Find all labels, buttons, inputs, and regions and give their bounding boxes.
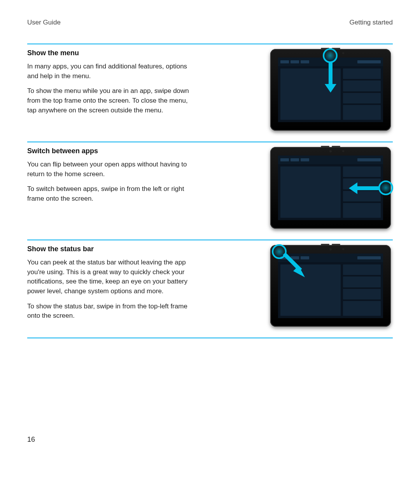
section-paragraph: To switch between apps, swipe in from th… xyxy=(27,184,194,203)
page-number: 16 xyxy=(27,436,35,444)
section-title: Show the status bar xyxy=(27,245,194,253)
header-left: User Guide xyxy=(27,19,61,26)
page-header: User Guide Getting started xyxy=(27,19,393,26)
header-right: Getting started xyxy=(349,19,393,26)
section-title: Show the menu xyxy=(27,49,194,57)
illustration-status-bar xyxy=(268,245,393,327)
section-show-menu: Show the menu In many apps, you can find… xyxy=(27,44,393,142)
illustration-show-menu xyxy=(268,49,393,131)
illustration-switch-apps xyxy=(268,147,393,229)
section-paragraph: To show the status bar, swipe in from th… xyxy=(27,302,194,321)
section-paragraph: You can flip between your open apps with… xyxy=(27,160,194,179)
section-paragraph: To show the menu while you are in an app… xyxy=(27,86,194,115)
svg-marker-0 xyxy=(293,266,305,277)
section-paragraph: In many apps, you can find additional fe… xyxy=(27,62,194,81)
section-title: Switch between apps xyxy=(27,147,194,155)
section-paragraph: You can peek at the status bar without l… xyxy=(27,258,194,296)
section-switch-apps: Switch between apps You can flip between… xyxy=(27,142,393,240)
section-status-bar: Show the status bar You can peek at the … xyxy=(27,240,393,338)
